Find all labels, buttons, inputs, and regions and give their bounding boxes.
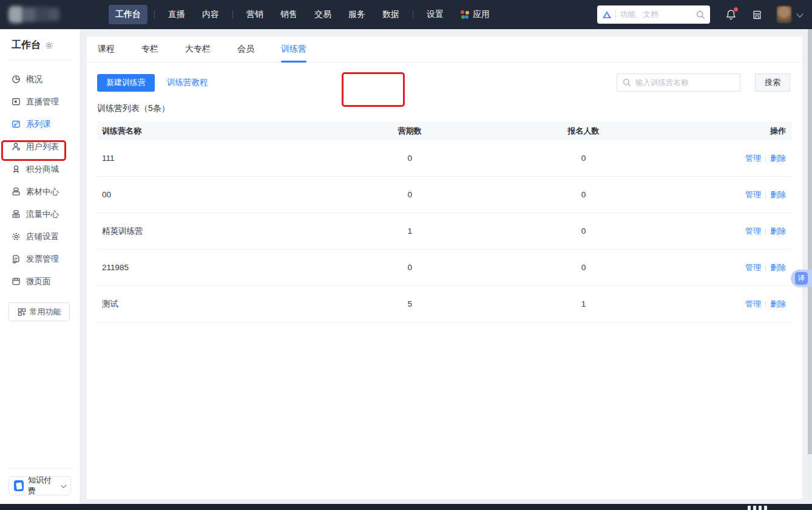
camp-name: 00 [97,190,326,199]
camp-name: 测试 [97,299,326,310]
nav-item-sales[interactable]: 销售 [274,5,304,24]
sidebar-item-label: 微页面 [26,276,51,287]
search-icon[interactable] [696,10,705,19]
manage-link[interactable]: 管理 [745,262,761,273]
sidebar-item-label: 素材中心 [26,186,59,197]
sidebar-item-shop-settings[interactable]: 店铺设置 [0,225,80,248]
nav-item-trade[interactable]: 交易 [308,5,338,24]
tab-training-camp[interactable]: 训练营 [281,36,306,63]
camp-signups: 0 [493,190,674,199]
material-center-icon [12,187,21,196]
pie-chart-icon [12,75,21,84]
global-search-box[interactable] [597,5,710,24]
camp-name: 精英训练营 [97,226,326,237]
camp-periods: 0 [326,154,493,163]
common-functions-button[interactable]: 常用功能 [8,302,70,321]
nav-item-service[interactable]: 服务 [342,5,372,24]
points-mall-icon [12,165,21,174]
app-switcher-label: 知识付费 [28,475,56,497]
notification-badge [734,7,738,12]
sidebar-item-overview[interactable]: 概况 [0,68,80,90]
sidebar-item-live-management[interactable]: 直播管理 [0,90,80,113]
sidebar-item-points-mall[interactable]: 积分商城 [0,158,80,180]
top-navbar: 工作台 直播 内容 营销 销售 交易 服务 数据 设置 应用 [0,0,812,29]
sidebar: 工作台 概况 直播管理 系列课 [0,29,80,504]
sidebar-item-label: 发票管理 [26,254,59,265]
sidebar-item-label: 积分商城 [26,164,59,175]
grid-plus-icon [18,308,26,316]
extension-triangle-icon [602,10,612,19]
sidebar-item-label: 流量中心 [26,209,59,220]
user-avatar[interactable] [777,6,791,23]
content-tabs: 课程 专栏 大专栏 会员 训练营 [87,36,802,63]
table-row: 精英训练营 1 0 管理 删除 [97,213,792,250]
sidebar-item-invoice-management[interactable]: 发票管理 [0,248,80,270]
training-camp-tutorial-link[interactable]: 训练营教程 [167,77,208,88]
camp-periods: 0 [326,263,493,272]
new-training-camp-button[interactable]: 新建训练营 [97,74,155,92]
tab-big-column[interactable]: 大专栏 [185,36,211,63]
tab-member[interactable]: 会员 [237,36,254,63]
camp-search-input[interactable] [635,78,734,87]
nav-item-workbench[interactable]: 工作台 [109,5,147,24]
app-switcher-knowledge-pay[interactable]: 知识付费 [8,476,71,495]
manage-link[interactable]: 管理 [745,299,761,310]
sidebar-divider [8,59,71,60]
manage-link[interactable]: 管理 [745,153,761,164]
list-title: 训练营列表（5条） [97,103,802,114]
shop-entry[interactable] [752,10,762,20]
sidebar-item-traffic-center[interactable]: 流量中心 [0,203,80,225]
nav-item-settings[interactable]: 设置 [420,5,450,24]
sidebar-item-user-list[interactable]: 用户列表 [0,135,80,158]
app-logo [8,5,63,24]
scrollbar-thumb[interactable] [808,29,812,454]
workbench-gear-icon[interactable] [45,41,53,50]
nav-item-live[interactable]: 直播 [161,5,192,24]
delete-link[interactable]: 删除 [770,262,786,273]
camp-periods: 1 [326,226,493,236]
sidebar-item-material-center[interactable]: 素材中心 [0,180,80,203]
delete-link[interactable]: 删除 [770,226,786,237]
notification-bell[interactable] [726,9,736,20]
camp-search-box[interactable] [617,73,740,92]
table-row: 211985 0 0 管理 删除 [97,250,792,286]
gear-icon [12,232,21,241]
user-icon [12,142,21,151]
tab-column[interactable]: 专栏 [141,36,158,63]
series-course-icon [12,120,21,129]
search-button[interactable]: 搜索 [755,73,790,92]
sidebar-item-micro-page[interactable]: 微页面 [0,270,80,293]
camp-signups: 0 [493,226,674,236]
camp-name: 111 [97,154,326,163]
search-icon [623,78,631,87]
sidebar-item-series-course[interactable]: 系列课 [0,113,80,135]
delete-link[interactable]: 删除 [770,153,786,164]
main-content-card: 课程 专栏 大专栏 会员 训练营 新建训练营 训练营教程 搜索 训练营列表（5条… [87,36,802,499]
action-divider [765,264,766,271]
action-divider [765,301,766,308]
storefront-icon [752,10,762,20]
manage-link[interactable]: 管理 [745,189,761,200]
camp-signups: 0 [493,154,674,163]
nav-item-apps-label: 应用 [473,9,490,20]
column-header-actions: 操作 [674,126,792,137]
account-chevron-down-icon[interactable] [796,10,803,17]
table-row: 111 0 0 管理 删除 [97,140,792,177]
action-divider [765,228,766,235]
manage-link[interactable]: 管理 [745,226,761,237]
translate-float-button[interactable]: 译 [791,270,812,287]
camp-periods: 0 [326,190,493,199]
nav-item-content[interactable]: 内容 [195,5,226,24]
nav-item-marketing[interactable]: 营销 [240,5,270,24]
delete-link[interactable]: 删除 [770,299,786,310]
sidebar-bottom-divider [8,468,71,469]
nav-item-data[interactable]: 数据 [376,5,406,24]
column-header-name: 训练营名称 [97,126,326,137]
table-header: 训练营名称 营期数 报名人数 操作 [97,121,792,140]
delete-link[interactable]: 删除 [770,189,786,200]
top-menu: 工作台 直播 内容 营销 销售 交易 服务 数据 设置 应用 [107,5,498,24]
camp-signups: 1 [493,299,674,308]
nav-item-apps[interactable]: 应用 [454,5,496,24]
tab-course[interactable]: 课程 [98,36,115,63]
global-search-input[interactable] [620,10,696,19]
